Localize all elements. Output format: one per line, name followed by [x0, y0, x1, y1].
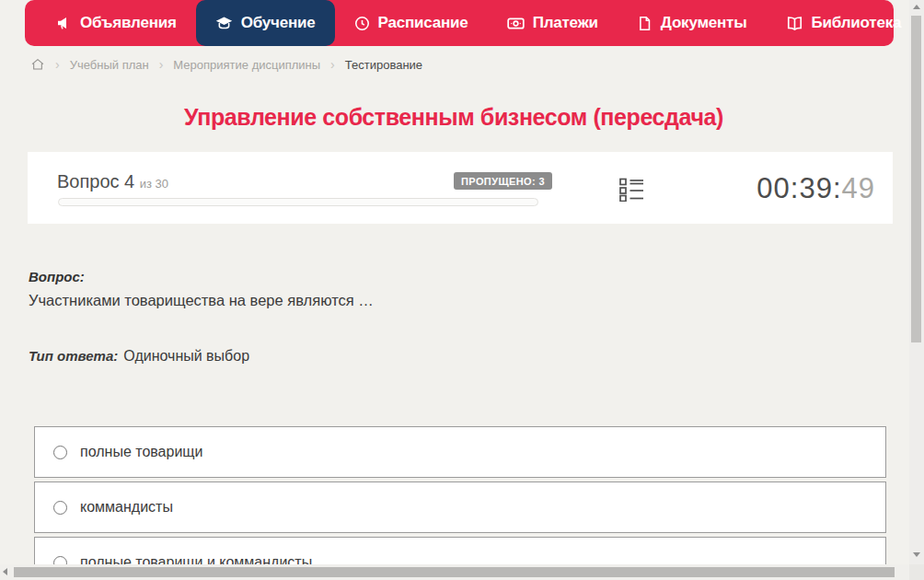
nav-item-announcements[interactable]: Объявления	[36, 0, 196, 46]
breadcrumb: › Учебный план › Мероприятие дисциплины …	[30, 57, 422, 72]
nav-item-training[interactable]: Обучение	[196, 0, 335, 46]
scroll-up-arrow-icon[interactable]	[913, 5, 920, 9]
answer-option-label: коммандисты	[80, 499, 173, 516]
answer-type-label: Тип ответа:	[29, 348, 118, 364]
answer-type-value: Одиночный выбор	[123, 348, 249, 364]
scroll-left-arrow-icon[interactable]	[3, 568, 7, 575]
page: Объявления Обучение Расписание Платежи Д…	[0, 0, 924, 580]
question-list-icon[interactable]	[619, 177, 644, 205]
chevron-right-icon: ›	[55, 57, 60, 72]
question-text: Участниками товарищества на вере являютс…	[29, 292, 374, 309]
progress-bar	[58, 198, 538, 206]
chevron-right-icon: ›	[330, 57, 335, 72]
answer-option[interactable]: полные товарищи	[34, 426, 886, 478]
radio-button-icon[interactable]	[53, 446, 67, 459]
breadcrumb-item-curriculum[interactable]: Учебный план	[70, 58, 149, 72]
banknote-icon	[507, 15, 525, 32]
question-counter: Вопрос 4 из 30	[57, 171, 168, 192]
scroll-down-arrow-icon[interactable]	[913, 552, 920, 557]
timer-seconds: 49	[842, 172, 875, 204]
scrollbar-corner	[909, 564, 924, 580]
breadcrumb-item-testing: Тестирование	[345, 58, 422, 72]
vertical-scrollbar[interactable]	[909, 0, 924, 564]
graduation-cap-icon	[215, 15, 233, 32]
nav-item-documents[interactable]: Документы	[618, 0, 767, 46]
megaphone-icon	[55, 15, 72, 31]
breadcrumb-item-discipline-event[interactable]: Мероприятие дисциплины	[173, 58, 320, 72]
book-icon	[786, 15, 803, 32]
question-counter-label: Вопрос 4	[57, 171, 134, 191]
nav-item-label: Обучение	[241, 14, 316, 32]
nav-item-label: Библиотека	[812, 14, 902, 32]
skipped-badge: ПРОПУЩЕНО: 3	[454, 172, 552, 190]
answer-option[interactable]: коммандисты	[34, 481, 886, 533]
nav-item-schedule[interactable]: Расписание	[335, 0, 488, 46]
countdown-timer: 00:39:49	[757, 172, 875, 205]
chevron-right-icon: ›	[159, 57, 164, 72]
nav-item-label: Платежи	[533, 14, 598, 32]
timer-hours-minutes: 00:39:	[757, 172, 841, 204]
horizontal-scrollbar-thumb[interactable]	[14, 567, 895, 577]
home-icon[interactable]	[30, 57, 45, 72]
vertical-scrollbar-thumb[interactable]	[911, 16, 921, 342]
nav-item-label: Объявления	[80, 14, 177, 32]
nav-item-label: Расписание	[378, 14, 468, 32]
horizontal-scrollbar[interactable]	[0, 564, 924, 580]
main-nav: Объявления Обучение Расписание Платежи Д…	[25, 0, 894, 46]
page-title: Управление собственным бизнесом (пересда…	[0, 104, 907, 131]
clock-icon	[354, 16, 370, 31]
nav-item-library[interactable]: Библиотека	[767, 0, 924, 46]
answer-option-label: полные товарищи	[80, 444, 202, 460]
document-icon	[637, 16, 653, 31]
answer-type: Тип ответа:Одиночный выбор	[29, 348, 249, 365]
question-heading: Вопрос:	[29, 269, 85, 284]
nav-item-label: Документы	[661, 14, 747, 32]
radio-button-icon[interactable]	[53, 501, 67, 515]
question-counter-total: из 30	[140, 177, 168, 191]
quiz-header-card: Вопрос 4 из 30 ПРОПУЩЕНО: 3 00:39:49	[28, 152, 893, 224]
nav-item-payments[interactable]: Платежи	[488, 0, 618, 46]
